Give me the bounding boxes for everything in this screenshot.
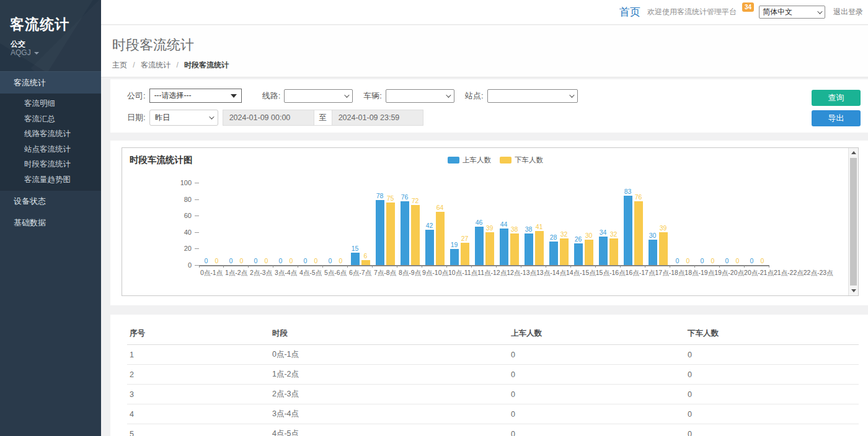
bar-value-label: 15 bbox=[352, 245, 359, 252]
breadcrumb-home[interactable]: 主页 bbox=[112, 61, 127, 69]
bar[interactable] bbox=[525, 233, 533, 265]
bar-value-label: 0 bbox=[711, 258, 715, 264]
station-select[interactable] bbox=[487, 89, 578, 103]
chart-legend: 上车人数下车人数 bbox=[448, 155, 552, 165]
breadcrumb-section[interactable]: 客流统计 bbox=[141, 61, 170, 69]
x-axis-tick bbox=[199, 265, 224, 268]
table-cell: 2 bbox=[127, 365, 270, 385]
bar[interactable] bbox=[599, 237, 608, 265]
bar[interactable] bbox=[510, 233, 519, 265]
sidebar-subitem-1[interactable]: 客流汇总 bbox=[0, 111, 101, 127]
bar-value-label: 0 bbox=[701, 258, 704, 264]
x-axis-tick bbox=[720, 265, 745, 268]
table-row: 32点-3点00 bbox=[127, 385, 859, 404]
sidebar-subitem-2[interactable]: 线路客流统计 bbox=[0, 126, 101, 142]
bar[interactable] bbox=[351, 253, 360, 265]
date-from-input[interactable]: 2024-01-09 00:00 bbox=[223, 110, 314, 126]
bar-column: 72 bbox=[411, 183, 420, 265]
bar[interactable] bbox=[585, 240, 593, 265]
home-link[interactable]: 首页 bbox=[619, 5, 640, 19]
bar-value-label: 27 bbox=[461, 235, 469, 242]
bar[interactable] bbox=[450, 249, 459, 265]
x-axis-tick bbox=[472, 265, 497, 268]
bar[interactable] bbox=[386, 203, 395, 265]
export-button[interactable]: 导出 bbox=[812, 110, 861, 126]
bar-group: 4438 bbox=[497, 183, 521, 265]
bar[interactable] bbox=[549, 242, 558, 265]
x-axis-tick bbox=[621, 265, 645, 268]
y-axis-label: 100 bbox=[180, 179, 192, 186]
vehicle-select[interactable] bbox=[386, 89, 454, 103]
bar-column: 27 bbox=[461, 183, 469, 265]
bar[interactable] bbox=[376, 200, 384, 265]
x-axis-label: 16点-17点 bbox=[626, 269, 655, 277]
table-cell: 5 bbox=[127, 424, 270, 436]
bar-group: 3432 bbox=[596, 183, 621, 265]
sidebar-subitem-4[interactable]: 时段客流统计 bbox=[0, 157, 101, 172]
bar[interactable] bbox=[361, 260, 370, 265]
sidebar: 客流统计 公交 AQGJ 客流统计 客流明细客流汇总线路客流统计站点客流统计时段… bbox=[0, 0, 101, 436]
bar[interactable] bbox=[475, 227, 484, 265]
bar[interactable] bbox=[535, 231, 544, 265]
bar[interactable] bbox=[659, 232, 668, 265]
bar-column: 0 bbox=[312, 183, 321, 265]
bar[interactable] bbox=[560, 238, 569, 265]
bar[interactable] bbox=[425, 230, 434, 265]
bar-value-label: 64 bbox=[436, 204, 444, 211]
bar-column: 38 bbox=[525, 183, 533, 265]
bar[interactable] bbox=[401, 201, 409, 265]
bar[interactable] bbox=[411, 205, 420, 265]
company-select[interactable]: ---请选择--- bbox=[149, 89, 242, 103]
bar[interactable] bbox=[500, 229, 508, 265]
scrollbar-thumb[interactable] bbox=[850, 158, 857, 286]
chart-title: 时段车流统计图 bbox=[130, 154, 193, 166]
bar-value-label: 78 bbox=[376, 193, 384, 199]
bar-column: 26 bbox=[574, 183, 583, 265]
bar-column: 76 bbox=[634, 183, 643, 265]
x-axis-tick bbox=[571, 265, 596, 268]
date-preset-select[interactable]: 昨日 bbox=[149, 110, 218, 126]
bar[interactable] bbox=[609, 238, 618, 265]
bar-column: 0 bbox=[733, 183, 742, 265]
sidebar-subitem-5[interactable]: 客流量趋势图 bbox=[0, 172, 101, 188]
y-axis-tick bbox=[195, 265, 199, 266]
org-code-dropdown[interactable]: AQGJ bbox=[11, 48, 39, 57]
bar-group: 00 bbox=[199, 183, 224, 265]
sidebar-item-passenger-stats[interactable]: 客流统计 bbox=[0, 71, 101, 94]
scroll-down-arrow[interactable] bbox=[849, 286, 858, 295]
sidebar-item-other-0[interactable]: 设备状态 bbox=[0, 191, 101, 212]
bar[interactable] bbox=[436, 212, 445, 265]
x-axis-label: 21点-22点 bbox=[774, 269, 804, 277]
message-count-badge[interactable]: 34 bbox=[742, 2, 754, 12]
sidebar-subitem-0[interactable]: 客流明细 bbox=[0, 96, 101, 111]
bar[interactable] bbox=[461, 243, 469, 265]
query-button[interactable]: 查询 bbox=[812, 90, 861, 106]
chart-vertical-scrollbar[interactable] bbox=[848, 148, 858, 295]
sidebar-item-other-1[interactable]: 基础数据 bbox=[0, 212, 101, 233]
bar-value-label: 34 bbox=[600, 229, 607, 236]
x-axis-label: 12点-13点 bbox=[507, 269, 536, 277]
bar-column: 6 bbox=[361, 183, 370, 265]
legend-item[interactable]: 下车人数 bbox=[500, 155, 543, 165]
scroll-up-arrow[interactable] bbox=[849, 148, 858, 157]
bar-group: 00 bbox=[323, 183, 348, 265]
sidebar-submenu: 客流明细客流汇总线路客流统计站点客流统计时段客流统计客流量趋势图 bbox=[0, 94, 101, 191]
bar[interactable] bbox=[574, 243, 583, 265]
legend-item[interactable]: 上车人数 bbox=[448, 155, 491, 165]
bar-column: 0 bbox=[748, 183, 756, 265]
bar[interactable] bbox=[634, 201, 643, 265]
bar-column: 0 bbox=[698, 183, 707, 265]
bar[interactable] bbox=[485, 232, 494, 265]
table-header-cell: 下车人数 bbox=[685, 322, 859, 345]
logout-link[interactable]: 退出登录 bbox=[833, 7, 863, 17]
x-axis-label: 7点-8点 bbox=[373, 269, 397, 277]
bar[interactable] bbox=[624, 196, 632, 265]
table-cell: 0 bbox=[685, 365, 859, 385]
language-select[interactable]: 简体中文 bbox=[759, 6, 825, 19]
bar[interactable] bbox=[649, 240, 657, 265]
line-select[interactable] bbox=[284, 89, 353, 103]
legend-swatch bbox=[448, 157, 459, 164]
date-to-input[interactable]: 2024-01-09 23:59 bbox=[332, 110, 423, 126]
sidebar-subitem-3[interactable]: 站点客流统计 bbox=[0, 142, 101, 157]
table-cell: 0 bbox=[508, 345, 685, 365]
